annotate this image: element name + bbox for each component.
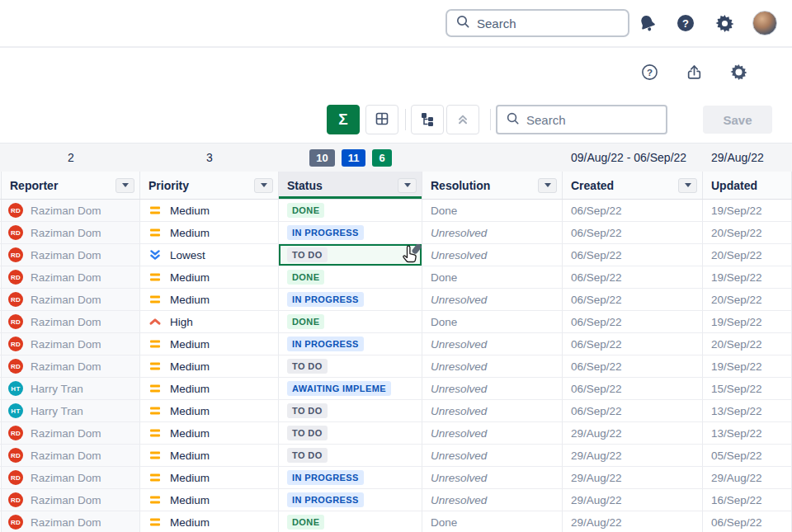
resolution-cell[interactable]: Unresolved bbox=[422, 467, 563, 489]
updated-cell[interactable]: 19/Sep/22 bbox=[703, 355, 792, 378]
status-cell[interactable]: TO DO bbox=[279, 244, 422, 266]
settings-icon[interactable] bbox=[714, 12, 735, 34]
status-cell[interactable]: TO DO bbox=[279, 355, 422, 378]
updated-cell[interactable]: 20/Sep/22 bbox=[703, 222, 792, 244]
priority-cell[interactable]: Medium bbox=[140, 422, 279, 445]
created-cell[interactable]: 29/Aug/22 bbox=[563, 445, 703, 467]
updated-cell[interactable]: 06/Sep/22 bbox=[703, 511, 792, 532]
created-cell[interactable]: 06/Sep/22 bbox=[563, 333, 703, 355]
updated-cell[interactable]: 13/Sep/22 bbox=[703, 400, 792, 422]
export-icon[interactable] bbox=[683, 61, 705, 82]
status-cell[interactable]: TO DO bbox=[279, 400, 422, 422]
summary-resolution[interactable] bbox=[422, 144, 563, 172]
reporter-cell[interactable]: RDRaziman Dom bbox=[2, 333, 140, 355]
updated-cell[interactable]: 29/Aug/22 bbox=[703, 467, 792, 489]
summary-priority-count[interactable]: 3 bbox=[140, 144, 279, 172]
status-cell[interactable]: IN PROGRESS bbox=[279, 222, 422, 244]
status-cell[interactable]: IN PROGRESS bbox=[279, 289, 422, 311]
updated-cell[interactable]: 19/Sep/22 bbox=[703, 266, 792, 289]
reporter-cell[interactable]: HTHarry Tran bbox=[2, 400, 140, 422]
updated-cell[interactable]: 19/Sep/22 bbox=[703, 311, 792, 333]
reporter-cell[interactable]: RDRaziman Dom bbox=[2, 222, 140, 244]
created-cell[interactable]: 06/Sep/22 bbox=[563, 266, 703, 289]
updated-cell[interactable]: 20/Sep/22 bbox=[703, 289, 792, 311]
reporter-cell[interactable]: RDRaziman Dom bbox=[2, 311, 140, 333]
grid-view-button[interactable] bbox=[365, 105, 398, 134]
sum-aggregate-button[interactable]: Σ bbox=[327, 105, 360, 134]
priority-cell[interactable]: Medium bbox=[140, 222, 279, 244]
status-cell[interactable]: IN PROGRESS bbox=[279, 333, 422, 355]
resolution-cell[interactable]: Done bbox=[422, 200, 563, 222]
created-cell[interactable]: 29/Aug/22 bbox=[563, 467, 703, 489]
created-cell[interactable]: 06/Sep/22 bbox=[563, 400, 703, 422]
created-cell[interactable]: 06/Sep/22 bbox=[563, 289, 703, 311]
priority-cell[interactable]: High bbox=[140, 311, 279, 333]
user-avatar[interactable] bbox=[752, 11, 777, 35]
column-header-priority[interactable]: Priority bbox=[140, 172, 279, 199]
priority-cell[interactable]: Medium bbox=[140, 511, 279, 532]
reporter-cell[interactable]: RDRaziman Dom bbox=[2, 445, 140, 467]
priority-cell[interactable]: Medium bbox=[140, 355, 279, 378]
summary-reporter-count[interactable]: 2 bbox=[2, 144, 140, 172]
updated-cell[interactable]: 16/Sep/22 bbox=[703, 489, 792, 511]
created-cell[interactable]: 06/Sep/22 bbox=[563, 200, 703, 222]
priority-cell[interactable]: Medium bbox=[140, 467, 279, 489]
resolution-cell[interactable]: Unresolved bbox=[422, 289, 563, 311]
created-cell[interactable]: 29/Aug/22 bbox=[563, 511, 703, 532]
priority-cell[interactable]: Medium bbox=[140, 266, 279, 289]
priority-cell[interactable]: Medium bbox=[140, 333, 279, 355]
resolution-cell[interactable]: Unresolved bbox=[422, 378, 563, 400]
reporter-cell[interactable]: RDRaziman Dom bbox=[2, 200, 140, 222]
updated-cell[interactable]: 13/Sep/22 bbox=[703, 422, 792, 445]
reporter-cell[interactable]: RDRaziman Dom bbox=[2, 422, 140, 445]
reporter-cell[interactable]: RDRaziman Dom bbox=[2, 289, 140, 311]
created-cell[interactable]: 06/Sep/22 bbox=[563, 311, 703, 333]
priority-cell[interactable]: Medium bbox=[140, 445, 279, 467]
priority-cell[interactable]: Medium bbox=[140, 489, 279, 511]
resolution-cell[interactable]: Unresolved bbox=[422, 355, 563, 378]
summary-updated-value[interactable]: 29/Aug/22 bbox=[703, 144, 792, 172]
status-cell[interactable]: DONE bbox=[279, 266, 422, 289]
reporter-cell[interactable]: RDRaziman Dom bbox=[2, 355, 140, 378]
priority-cell[interactable]: Medium bbox=[140, 289, 279, 311]
status-cell[interactable]: TO DO bbox=[279, 445, 422, 467]
summary-created-range[interactable]: 09/Aug/22 - 06/Sep/22 bbox=[563, 144, 703, 172]
reporter-cell[interactable]: RDRaziman Dom bbox=[2, 489, 140, 511]
priority-cell[interactable]: Medium bbox=[140, 200, 279, 222]
status-cell[interactable]: DONE bbox=[279, 200, 422, 222]
column-header-status[interactable]: Status bbox=[279, 172, 422, 199]
status-cell[interactable]: IN PROGRESS bbox=[279, 467, 422, 489]
updated-cell[interactable]: 20/Sep/22 bbox=[703, 333, 792, 355]
column-header-created[interactable]: Created bbox=[563, 172, 703, 199]
collapse-all-button[interactable] bbox=[446, 105, 479, 134]
resolution-cell[interactable]: Unresolved bbox=[422, 222, 563, 244]
help-icon[interactable]: ? bbox=[639, 61, 660, 82]
priority-cell[interactable]: Medium bbox=[140, 400, 279, 422]
resolution-cell[interactable]: Done bbox=[422, 311, 563, 333]
save-button[interactable]: Save bbox=[703, 106, 772, 134]
updated-cell[interactable]: 19/Sep/22 bbox=[703, 200, 792, 222]
reporter-cell[interactable]: RDRaziman Dom bbox=[2, 467, 140, 489]
created-cell[interactable]: 06/Sep/22 bbox=[563, 378, 703, 400]
filter-dropdown-button[interactable] bbox=[254, 178, 273, 193]
filter-dropdown-button[interactable] bbox=[538, 178, 557, 193]
reporter-cell[interactable]: RDRaziman Dom bbox=[2, 244, 140, 266]
filter-dropdown-button[interactable] bbox=[116, 178, 134, 193]
resolution-cell[interactable]: Unresolved bbox=[422, 422, 563, 445]
global-search-input[interactable] bbox=[477, 16, 641, 31]
reporter-cell[interactable]: RDRaziman Dom bbox=[2, 266, 140, 289]
notifications-icon[interactable] bbox=[633, 9, 660, 36]
updated-cell[interactable]: 20/Sep/22 bbox=[703, 244, 792, 266]
column-header-updated[interactable]: Updated bbox=[703, 172, 792, 199]
reporter-cell[interactable]: RDRaziman Dom bbox=[2, 511, 140, 532]
filter-dropdown-button[interactable] bbox=[678, 178, 697, 193]
resolution-cell[interactable]: Unresolved bbox=[422, 244, 563, 266]
help-icon[interactable]: ? bbox=[675, 12, 696, 34]
updated-cell[interactable]: 15/Sep/22 bbox=[703, 378, 792, 400]
created-cell[interactable]: 06/Sep/22 bbox=[563, 244, 703, 266]
status-cell[interactable]: TO DO bbox=[279, 422, 422, 445]
status-cell[interactable]: AWAITING IMPLEME bbox=[279, 378, 422, 400]
resolution-cell[interactable]: Unresolved bbox=[422, 489, 563, 511]
column-header-resolution[interactable]: Resolution bbox=[422, 172, 563, 199]
column-header-reporter[interactable]: Reporter bbox=[2, 172, 140, 199]
